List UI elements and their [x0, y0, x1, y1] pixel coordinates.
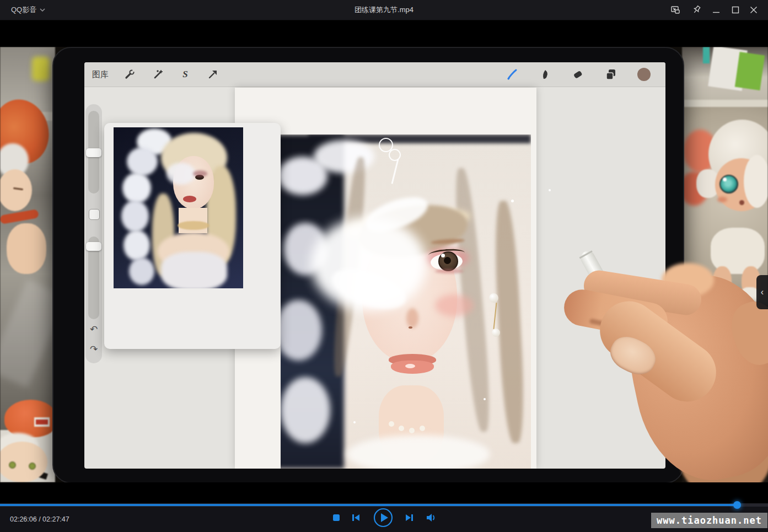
necklace-pearl: [399, 426, 404, 431]
ref-lips: [183, 196, 196, 202]
white-feather: [281, 377, 330, 443]
volume-button[interactable]: [423, 503, 438, 532]
speaker-icon: [425, 512, 437, 524]
pin-icon: [691, 4, 702, 15]
transform-arrow-icon: [207, 68, 219, 80]
toy-eye-right: [29, 463, 36, 470]
skip-back-icon: [350, 512, 362, 524]
dress-white: [347, 435, 490, 469]
selection-button[interactable]: S: [178, 67, 193, 82]
maximize-icon: [730, 4, 741, 15]
app-name: QQ影音: [11, 5, 36, 15]
cap-label-red: [36, 420, 48, 424]
necklace-pearl: [409, 428, 415, 433]
yellow-box-blur: [32, 57, 50, 81]
ref-dress-white: [161, 252, 227, 288]
smudge-button[interactable]: [538, 67, 553, 82]
chevron-left-icon: ‹: [761, 287, 764, 297]
doll-helmet-swoop: [744, 155, 768, 208]
toy-body-top: [7, 223, 46, 274]
canvas-sparkle: [549, 189, 551, 191]
brush-opacity-handle[interactable]: [86, 242, 101, 251]
ruffle-headdress: [122, 173, 151, 203]
app-menu-button[interactable]: QQ影音: [11, 0, 45, 20]
layers-icon: [604, 68, 617, 81]
sparkle: [353, 421, 356, 423]
undo-button[interactable]: ↶: [85, 324, 102, 335]
selection-s-icon: S: [182, 69, 187, 80]
brush-button[interactable]: [504, 67, 520, 82]
nostril: [409, 326, 412, 329]
background-shelf-left: [0, 47, 55, 482]
ref-eyeshadow: [193, 170, 207, 177]
playlist-panel-toggle[interactable]: ‹: [756, 275, 768, 309]
video-display-area[interactable]: 图库: [0, 20, 768, 503]
sidebar-modify-button[interactable]: [89, 209, 100, 220]
chevron-down-icon: [40, 8, 45, 12]
case-top-edge: [682, 100, 768, 107]
color-swatch-button[interactable]: [636, 67, 652, 82]
doll-mouth: [739, 200, 744, 205]
previous-button[interactable]: [348, 503, 363, 532]
video-title: 团练课第九节.mp4: [0, 0, 768, 20]
necklace-pearl: [420, 426, 425, 431]
play-icon: [373, 508, 393, 528]
minimize-button[interactable]: [708, 2, 724, 18]
close-icon: [748, 4, 759, 15]
maximize-button[interactable]: [727, 2, 744, 18]
blush: [435, 294, 474, 316]
necklace-pearl: [389, 421, 394, 427]
lip-gloss: [405, 364, 415, 368]
procreate-screen[interactable]: 图库: [84, 62, 665, 469]
video-frame: 图库: [0, 47, 768, 482]
stop-button[interactable]: [330, 503, 343, 532]
seek-thumb[interactable]: [733, 501, 741, 509]
ref-necklace: [178, 221, 210, 230]
doll-eye: [719, 175, 738, 194]
skip-forward-icon: [404, 512, 416, 524]
actions-wrench-button[interactable]: [122, 67, 137, 82]
reference-photo-panel[interactable]: [104, 123, 281, 349]
minimize-icon: [711, 4, 722, 15]
redo-button[interactable]: ↷: [85, 343, 102, 355]
pin-button[interactable]: [689, 2, 705, 18]
eraser-button[interactable]: [570, 67, 586, 82]
color-swatch-icon: [636, 67, 652, 82]
toy-eye-left: [9, 461, 16, 469]
lower-lash-shadow: [435, 269, 464, 273]
layers-button[interactable]: [603, 67, 619, 82]
chain-doodle-ring: [389, 149, 401, 161]
next-button[interactable]: [402, 503, 417, 532]
seek-fill: [0, 504, 737, 506]
procreate-toolbar: 图库: [84, 62, 665, 87]
ruffle-headdress: [129, 257, 154, 285]
ruffle-headdress: [127, 147, 158, 176]
reference-photo: [114, 127, 243, 288]
toy-strap: [0, 209, 39, 224]
toy-face-top: [0, 169, 32, 211]
ruffle-headdress: [121, 200, 149, 232]
doll-blush: [717, 197, 727, 202]
mini-mode-button[interactable]: [667, 2, 684, 18]
qq-player-window: QQ影音 团练课第九节.mp4: [0, 0, 768, 532]
transform-button[interactable]: [205, 67, 221, 82]
eraser-icon: [571, 68, 584, 81]
green-box-blur: [735, 52, 765, 90]
close-button[interactable]: [745, 2, 762, 18]
ref-lace-eyepatch: [167, 163, 195, 185]
pearl-earring-bottom: [492, 329, 500, 337]
player-control-bar: 02:26:06 / 02:27:47: [0, 503, 768, 532]
doll-eye-highlight: [723, 178, 727, 181]
brush-size-handle[interactable]: [86, 148, 101, 157]
sparkle: [484, 398, 486, 400]
stop-icon: [331, 512, 342, 523]
brush-icon: [506, 68, 519, 81]
nose-shadow: [406, 308, 418, 328]
gallery-button[interactable]: 图库: [92, 62, 109, 87]
glass-reflection: [0, 280, 55, 388]
portrait-painting: [281, 135, 531, 469]
teal-sliver: [703, 47, 710, 63]
adjustments-button[interactable]: [151, 67, 166, 82]
ruffle-headdress: [123, 230, 150, 261]
play-button[interactable]: [373, 503, 394, 532]
